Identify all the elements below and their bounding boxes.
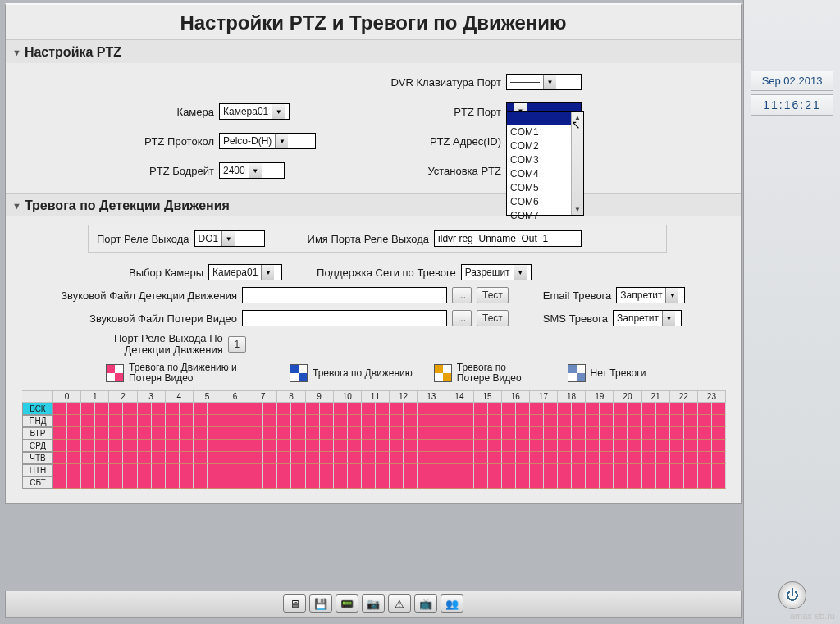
schedule-cell[interactable] xyxy=(194,427,208,440)
schedule-cell[interactable] xyxy=(109,403,123,415)
schedule-cell[interactable] xyxy=(418,403,431,415)
schedule-cell[interactable] xyxy=(320,415,334,427)
schedule-cell[interactable] xyxy=(376,452,390,464)
schedule-cell[interactable] xyxy=(572,464,586,476)
schedule-cell[interactable] xyxy=(376,464,390,476)
schedule-cell[interactable] xyxy=(362,415,376,427)
schedule-cell[interactable] xyxy=(614,440,628,452)
schedule-cell[interactable] xyxy=(235,440,249,452)
schedule-cell[interactable] xyxy=(698,403,712,415)
schedule-cell[interactable] xyxy=(418,415,431,427)
schedule-cell[interactable] xyxy=(67,464,81,476)
schedule-cell[interactable] xyxy=(249,427,263,440)
schedule-cell[interactable] xyxy=(516,452,530,464)
schedule-cell[interactable] xyxy=(208,427,221,440)
schedule-cell[interactable] xyxy=(572,403,586,415)
schedule-cell[interactable] xyxy=(698,415,712,427)
schedule-cell[interactable] xyxy=(502,427,516,440)
sound-loss-input[interactable] xyxy=(242,310,447,326)
schedule-cell[interactable] xyxy=(263,476,277,489)
schedule-cell[interactable] xyxy=(712,427,726,440)
schedule-cell[interactable] xyxy=(95,415,109,427)
schedule-cell[interactable] xyxy=(684,427,698,440)
schedule-cell[interactable] xyxy=(530,440,544,452)
schedule-cell[interactable] xyxy=(530,415,544,427)
schedule-cell[interactable] xyxy=(221,464,235,476)
schedule-cell[interactable] xyxy=(376,440,390,452)
schedule-cell[interactable] xyxy=(334,452,348,464)
schedule-cell[interactable] xyxy=(390,452,404,464)
schedule-cell[interactable] xyxy=(152,427,166,440)
schedule-cell[interactable] xyxy=(81,427,95,440)
schedule-cell[interactable] xyxy=(474,427,488,440)
schedule-row[interactable]: ЧТВ xyxy=(22,452,726,464)
schedule-cell[interactable] xyxy=(404,476,418,489)
schedule-cell[interactable] xyxy=(698,452,712,464)
schedule-cell[interactable] xyxy=(600,440,614,452)
schedule-row[interactable]: ВСК xyxy=(22,403,726,415)
schedule-cell[interactable] xyxy=(642,464,656,476)
schedule-cell[interactable] xyxy=(516,427,530,440)
net-support-select[interactable]: Разрешит▼ xyxy=(461,264,532,280)
schedule-cell[interactable] xyxy=(291,476,305,489)
schedule-cell[interactable] xyxy=(445,476,459,489)
schedule-cell[interactable] xyxy=(586,464,600,476)
schedule-cell[interactable] xyxy=(67,452,81,464)
schedule-cell[interactable] xyxy=(291,452,305,464)
schedule-cell[interactable] xyxy=(138,427,152,440)
schedule-cell[interactable] xyxy=(138,464,152,476)
schedule-cell[interactable] xyxy=(166,452,180,464)
schedule-cell[interactable] xyxy=(221,427,235,440)
browse-sound-loss-button[interactable]: ... xyxy=(452,310,472,326)
schedule-cell[interactable] xyxy=(180,415,194,427)
schedule-cell[interactable] xyxy=(180,440,194,452)
schedule-cell[interactable] xyxy=(445,415,459,427)
schedule-cell[interactable] xyxy=(684,440,698,452)
schedule-cell[interactable] xyxy=(109,452,123,464)
schedule-cell[interactable] xyxy=(249,403,263,415)
day-label[interactable]: ВСК xyxy=(22,403,53,415)
schedule-cell[interactable] xyxy=(628,464,641,476)
schedule-cell[interactable] xyxy=(109,464,123,476)
schedule-cell[interactable] xyxy=(291,427,305,440)
schedule-cell[interactable] xyxy=(208,464,221,476)
schedule-row[interactable]: ПТН xyxy=(22,464,726,476)
schedule-cell[interactable] xyxy=(418,476,431,489)
schedule-cell[interactable] xyxy=(277,403,291,415)
schedule-cell[interactable] xyxy=(263,415,277,427)
schedule-cell[interactable] xyxy=(348,440,362,452)
schedule-cell[interactable] xyxy=(558,452,572,464)
schedule-cell[interactable] xyxy=(263,464,277,476)
schedule-cell[interactable] xyxy=(474,415,488,427)
schedule-cell[interactable] xyxy=(586,440,600,452)
baud-select[interactable]: 2400▼ xyxy=(219,162,285,179)
schedule-cell[interactable] xyxy=(502,440,516,452)
schedule-cell[interactable] xyxy=(530,403,544,415)
schedule-cell[interactable] xyxy=(642,427,656,440)
schedule-cell[interactable] xyxy=(81,476,95,489)
schedule-cell[interactable] xyxy=(474,452,488,464)
schedule-cell[interactable] xyxy=(53,403,67,415)
schedule-cell[interactable] xyxy=(166,403,180,415)
schedule-cell[interactable] xyxy=(600,415,614,427)
schedule-cell[interactable] xyxy=(95,452,109,464)
schedule-cell[interactable] xyxy=(123,415,137,427)
schedule-cell[interactable] xyxy=(614,415,628,427)
schedule-cell[interactable] xyxy=(138,476,152,489)
schedule-cell[interactable] xyxy=(249,464,263,476)
schedule-cell[interactable] xyxy=(558,403,572,415)
schedule-cell[interactable] xyxy=(418,464,431,476)
schedule-cell[interactable] xyxy=(628,452,641,464)
schedule-cell[interactable] xyxy=(81,440,95,452)
schedule-cell[interactable] xyxy=(418,452,431,464)
schedule-cell[interactable] xyxy=(418,440,431,452)
schedule-cell[interactable] xyxy=(544,415,558,427)
schedule-cell[interactable] xyxy=(53,415,67,427)
schedule-cell[interactable] xyxy=(544,452,558,464)
schedule-cell[interactable] xyxy=(208,452,221,464)
schedule-cell[interactable] xyxy=(712,440,726,452)
schedule-cell[interactable] xyxy=(194,452,208,464)
schedule-cell[interactable] xyxy=(81,415,95,427)
schedule-cell[interactable] xyxy=(516,476,530,489)
schedule-cell[interactable] xyxy=(390,476,404,489)
